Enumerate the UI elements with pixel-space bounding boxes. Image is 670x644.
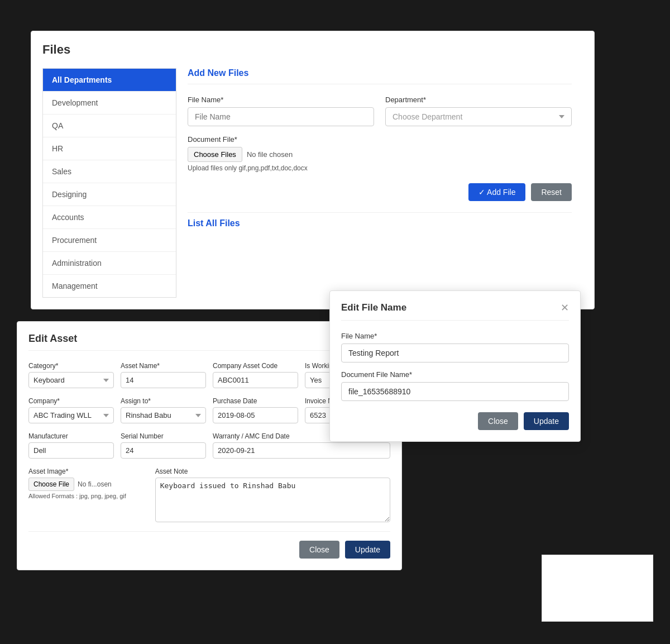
sidebar-item-designing[interactable]: Designing <box>43 183 176 206</box>
serial-number-input[interactable] <box>121 442 206 459</box>
asset-note-label: Asset Note <box>155 468 390 475</box>
modal-file-name-input[interactable] <box>341 344 569 362</box>
category-label: Category* <box>28 362 114 370</box>
modal-header: Edit File Name ✕ <box>341 302 569 321</box>
modal-file-name-label: File Name* <box>341 332 569 340</box>
purchase-date-input[interactable] <box>213 407 298 423</box>
add-file-button[interactable]: ✓ Add File <box>468 183 525 201</box>
modal-doc-file-name-input[interactable] <box>341 382 569 401</box>
department-select[interactable]: Choose Department <box>385 107 572 126</box>
upload-hint: Upload files only gif,png,pdf,txt,doc,do… <box>188 164 572 172</box>
assign-to-label: Assign to* <box>121 397 206 405</box>
sidebar-item-management[interactable]: Management <box>43 275 176 297</box>
no-file-text: No file chosen <box>247 150 293 159</box>
sidebar-item-qa[interactable]: QA <box>43 115 176 137</box>
category-select[interactable]: Keyboard <box>28 372 114 388</box>
warranty-input[interactable] <box>213 442 390 459</box>
sidebar-item-procurement[interactable]: Procurement <box>43 229 176 252</box>
list-section-title: List All Files <box>188 212 572 228</box>
company-asset-code-group: Company Asset Code <box>213 362 298 388</box>
serial-number-label: Serial Number <box>121 432 206 440</box>
choose-file-button[interactable]: Choose File <box>28 478 74 491</box>
category-group: Category* Keyboard <box>28 362 114 388</box>
assign-to-select[interactable]: Rinshad Babu <box>121 407 206 423</box>
sidebar-item-all-departments[interactable]: All Departments <box>43 69 176 92</box>
choose-files-button[interactable]: Choose Files <box>188 147 242 162</box>
company-group: Company* ABC Trading WLL <box>28 397 114 423</box>
serial-number-group: Serial Number <box>121 432 206 459</box>
asset-note-textarea[interactable]: Keyboard issued to Rinshad Babu <box>155 478 390 522</box>
department-label: Department* <box>385 96 572 104</box>
purchase-date-label: Purchase Date <box>213 397 298 405</box>
file-name-label: File Name* <box>188 96 374 104</box>
asset-note-group: Asset Note Keyboard issued to Rinshad Ba… <box>155 468 390 522</box>
modal-close-x-button[interactable]: ✕ <box>561 303 569 313</box>
asset-name-label: Asset Name* <box>121 362 206 370</box>
file-name-group: File Name* <box>188 96 374 126</box>
company-select[interactable]: ABC Trading WLL <box>28 407 114 423</box>
reset-button[interactable]: Reset <box>531 183 572 201</box>
sidebar-item-hr[interactable]: HR <box>43 137 176 160</box>
asset-name-group: Asset Name* <box>121 362 206 388</box>
document-file-label: Document File* <box>188 135 572 144</box>
manufacturer-input[interactable] <box>28 442 114 459</box>
assign-to-group: Assign to* Rinshad Babu <box>121 397 206 423</box>
manufacturer-group: Manufacturer <box>28 432 114 459</box>
file-name-input[interactable] <box>188 107 374 126</box>
asset-name-input[interactable] <box>121 372 206 388</box>
asset-allowed-formats: Allowed Formats : jpg, png, jpeg, gif <box>28 493 146 499</box>
company-asset-code-input[interactable] <box>213 372 298 388</box>
asset-image-group: Asset Image* Choose File No fi...osen Al… <box>28 468 146 522</box>
sidebar-item-sales[interactable]: Sales <box>43 160 176 183</box>
company-label: Company* <box>28 397 114 405</box>
modal-update-button[interactable]: Update <box>524 412 569 430</box>
modal-doc-file-name-group: Document File Name* <box>341 370 569 401</box>
department-group: Department* Choose Department <box>385 96 572 126</box>
edit-asset-close-button[interactable]: Close <box>299 541 339 559</box>
modal-file-name-group: File Name* <box>341 332 569 362</box>
sidebar-item-accounts[interactable]: Accounts <box>43 206 176 229</box>
modal-doc-file-name-label: Document File Name* <box>341 370 569 379</box>
department-sidebar: All Departments Development QA HR Sales … <box>42 68 176 298</box>
purchase-date-group: Purchase Date <box>213 397 298 423</box>
sidebar-item-administration[interactable]: Administration <box>43 252 176 275</box>
asset-image-label: Asset Image* <box>28 468 146 475</box>
add-new-section-title: Add New Files <box>188 68 572 84</box>
asset-no-file-text: No fi...osen <box>78 480 112 488</box>
sidebar-item-development[interactable]: Development <box>43 92 176 115</box>
files-panel-title: Files <box>42 42 583 57</box>
white-box-bottom-right <box>542 555 653 622</box>
manufacturer-label: Manufacturer <box>28 432 114 440</box>
files-panel: Files All Departments Development QA HR … <box>31 31 595 309</box>
edit-filename-modal: Edit File Name ✕ File Name* Document Fil… <box>329 290 581 442</box>
edit-asset-update-button[interactable]: Update <box>345 541 390 559</box>
files-main-content: Add New Files File Name* Department* Cho… <box>176 68 583 298</box>
modal-title: Edit File Name <box>341 302 406 313</box>
modal-close-button[interactable]: Close <box>478 412 518 430</box>
company-asset-code-label: Company Asset Code <box>213 362 298 370</box>
